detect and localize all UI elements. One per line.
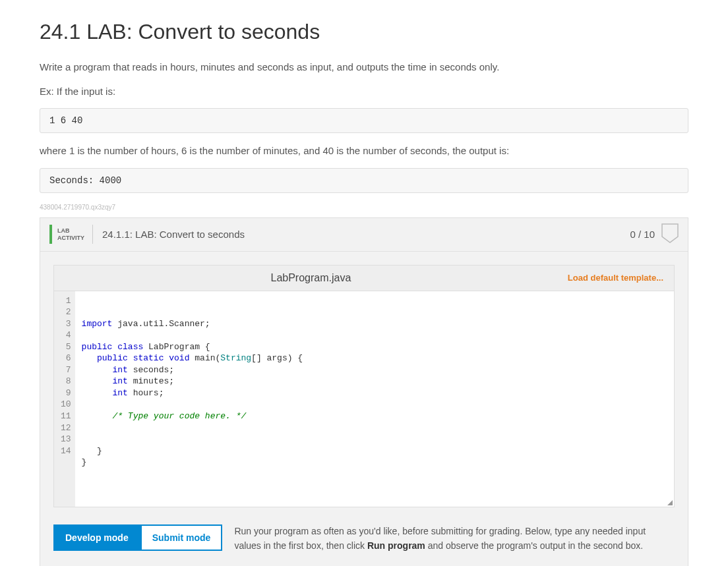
lab-header: LAB ACTIVITY 24.1.1: LAB: Convert to sec… <box>40 218 688 252</box>
code-area[interactable]: import java.util.Scanner; public class L… <box>75 291 674 507</box>
code-line[interactable]: } <box>82 457 667 468</box>
code-line[interactable] <box>82 399 667 410</box>
shield-icon <box>661 223 679 246</box>
file-tab-row: LabProgram.java Load default template... <box>53 265 675 291</box>
code-line[interactable] <box>82 422 667 434</box>
lab-body: LabProgram.java Load default template...… <box>40 252 688 567</box>
code-line[interactable]: } <box>82 445 667 457</box>
mode-desc-bold: Run program <box>367 540 425 551</box>
mode-desc-post: and observe the program's output in the … <box>425 540 643 551</box>
lab-activity-title: 24.1.1: LAB: Convert to seconds <box>102 229 630 240</box>
develop-mode-button[interactable]: Develop mode <box>53 524 140 551</box>
page-title: 24.1 LAB: Convert to seconds <box>40 20 688 44</box>
line-number-gutter: 1234567891011121314 <box>54 291 75 507</box>
example-explain: where 1 is the number of hours, 6 is the… <box>40 144 688 159</box>
code-line[interactable]: /* Type your code here. */ <box>82 410 667 422</box>
lab-score: 0 / 10 <box>630 229 655 240</box>
mode-row: Develop mode Submit mode Run your progra… <box>53 524 675 553</box>
code-line[interactable] <box>82 329 667 341</box>
tiny-id: 438004.2719970.qx3zqy7 <box>40 204 688 211</box>
example-output-box: Seconds: 4000 <box>40 168 688 193</box>
file-tab[interactable]: LabProgram.java <box>54 266 568 291</box>
intro-paragraph: Write a program that reads in hours, min… <box>40 60 688 75</box>
code-line[interactable]: int seconds; <box>82 364 667 376</box>
lab-badge-line1: LAB <box>57 227 84 235</box>
mode-description: Run your program as often as you'd like,… <box>234 524 675 553</box>
resize-handle-icon[interactable] <box>667 500 673 505</box>
lab-badge-line2: ACTIVITY <box>57 235 84 242</box>
lab-panel: LAB ACTIVITY 24.1.1: LAB: Convert to sec… <box>40 217 688 567</box>
code-line[interactable]: public static void main(String[] args) { <box>82 353 667 364</box>
mode-buttons: Develop mode Submit mode <box>53 524 222 551</box>
example-input-box: 1 6 40 <box>40 108 688 133</box>
code-line[interactable]: public class LabProgram { <box>82 341 667 353</box>
code-line[interactable]: import java.util.Scanner; <box>82 318 667 330</box>
submit-mode-button[interactable]: Submit mode <box>140 524 223 551</box>
code-line[interactable]: int hours; <box>82 387 667 399</box>
load-default-template-link[interactable]: Load default template... <box>568 273 674 283</box>
code-line[interactable] <box>82 434 667 445</box>
example-label: Ex: If the input is: <box>40 84 688 99</box>
code-line[interactable]: int minutes; <box>82 376 667 387</box>
lab-badge: LAB ACTIVITY <box>49 225 93 244</box>
code-editor[interactable]: 1234567891011121314 import java.util.Sca… <box>53 291 675 508</box>
code-line[interactable] <box>82 468 667 480</box>
